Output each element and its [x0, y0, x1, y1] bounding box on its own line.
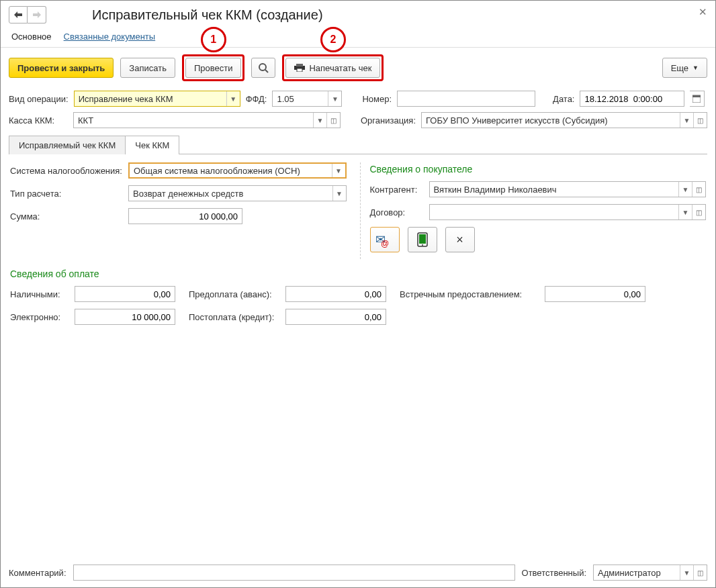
- chevron-down-icon[interactable]: ▼: [332, 164, 345, 177]
- org-label: Организация:: [361, 115, 416, 126]
- calendar-icon: [690, 91, 703, 106]
- svg-point-0: [259, 64, 266, 70]
- calc-type-label: Тип расчета:: [10, 189, 123, 199]
- comment-field[interactable]: [74, 565, 514, 580]
- tab-corrected-check[interactable]: Исправляемый чек ККМ: [9, 136, 126, 154]
- counter-label: Встречным предоставлением:: [400, 289, 541, 299]
- svg-line-1: [265, 70, 268, 72]
- svg-rect-3: [296, 64, 303, 66]
- kassa-combo[interactable]: ККТ ▼ ◫: [73, 112, 341, 128]
- sum-label: Сумма:: [10, 211, 123, 222]
- close-button[interactable]: ✕: [699, 6, 707, 18]
- electronic-label: Электронно:: [10, 312, 71, 322]
- responsible-combo[interactable]: Администратор ▼ ◫: [593, 565, 707, 581]
- email-at-icon: ✉@: [375, 232, 394, 247]
- date-input[interactable]: [580, 91, 684, 107]
- tab-check[interactable]: Чек ККМ: [125, 136, 179, 154]
- date-field[interactable]: [580, 91, 684, 106]
- post-button[interactable]: Провести: [185, 58, 242, 78]
- arrow-left-icon: [14, 11, 22, 18]
- tax-system-label: Система налогообложения:: [10, 166, 123, 176]
- svg-rect-8: [419, 234, 426, 244]
- responsible-value: Администратор: [594, 568, 680, 578]
- post-and-close-button[interactable]: Провести и закрыть: [9, 58, 114, 78]
- responsible-label: Ответственный:: [522, 568, 586, 578]
- ffd-value: 1.05: [273, 94, 328, 104]
- calc-type-combo[interactable]: Возврат денежных средств ▼: [128, 185, 347, 201]
- contragent-value: Вяткин Владимир Николаевич: [430, 185, 679, 195]
- operation-type-combo[interactable]: Исправление чека ККМ ▼: [74, 91, 240, 107]
- contragent-label: Контрагент:: [370, 185, 424, 195]
- nav-back-button[interactable]: [9, 6, 28, 23]
- more-button[interactable]: Еще ▼: [662, 58, 707, 78]
- payment-section-title: Сведения об оплате: [10, 268, 706, 279]
- prepay-field[interactable]: [286, 287, 386, 301]
- number-field[interactable]: [398, 91, 535, 106]
- contragent-combo[interactable]: Вяткин Владимир Николаевич ▼ ◫: [429, 181, 707, 197]
- kassa-label: Касса ККМ:: [9, 115, 68, 126]
- chevron-down-icon[interactable]: ▼: [680, 113, 693, 128]
- chevron-down-icon[interactable]: ▼: [313, 113, 326, 128]
- chevron-down-icon[interactable]: ▼: [226, 91, 240, 106]
- prepay-label: Предоплата (аванс):: [189, 289, 281, 299]
- sum-field[interactable]: [129, 209, 242, 224]
- tax-system-value: Общая система налогообложения (ОСН): [130, 166, 332, 176]
- chevron-down-icon[interactable]: ▼: [678, 182, 692, 197]
- electronic-field[interactable]: [75, 309, 175, 324]
- date-picker-button[interactable]: [690, 91, 705, 107]
- more-label: Еще: [671, 63, 688, 73]
- comment-input[interactable]: [73, 565, 515, 581]
- ffd-label: ФФД:: [246, 94, 267, 104]
- print-check-label: Напечатать чек: [309, 63, 371, 73]
- org-value: ГОБУ ВПО Университет искусств (Субсидия): [422, 115, 680, 126]
- magnifier-icon: [258, 62, 269, 73]
- tab-main[interactable]: Основное: [11, 30, 52, 43]
- tab-related-docs[interactable]: Связанные документы: [64, 30, 156, 43]
- operation-type-label: Вид операции:: [9, 94, 69, 104]
- window-title: Исправительный чек ККМ (создание): [92, 7, 323, 23]
- phone-button[interactable]: [408, 227, 437, 252]
- open-icon[interactable]: ◫: [693, 113, 707, 128]
- chevron-down-icon: ▼: [692, 64, 699, 71]
- svg-point-9: [422, 244, 423, 246]
- calc-type-value: Возврат денежных средств: [129, 189, 332, 199]
- date-label: Дата:: [553, 94, 574, 104]
- number-input[interactable]: [397, 91, 535, 107]
- chevron-down-icon[interactable]: ▼: [678, 205, 692, 219]
- cash-label: Наличными:: [10, 289, 71, 299]
- arrow-right-icon: [33, 11, 41, 18]
- contract-combo[interactable]: ▼ ◫: [429, 204, 707, 220]
- number-label: Номер:: [362, 94, 392, 104]
- chevron-down-icon[interactable]: ▼: [680, 565, 693, 580]
- chevron-down-icon[interactable]: ▼: [328, 91, 341, 106]
- sum-input[interactable]: [128, 208, 242, 224]
- kassa-value: ККТ: [74, 115, 313, 126]
- postpay-label: Постоплата (кредит):: [189, 312, 281, 322]
- phone-icon: [417, 232, 428, 247]
- nav-forward-button[interactable]: [28, 6, 46, 23]
- open-icon[interactable]: ◫: [692, 182, 705, 197]
- open-icon[interactable]: ◫: [326, 113, 340, 128]
- cash-field[interactable]: [75, 287, 175, 301]
- postpay-field[interactable]: [286, 309, 386, 324]
- comment-label: Комментарий:: [9, 568, 66, 578]
- svg-rect-6: [692, 95, 701, 97]
- close-icon: ×: [456, 233, 463, 247]
- open-icon[interactable]: ◫: [692, 205, 705, 219]
- chevron-down-icon[interactable]: ▼: [332, 186, 346, 201]
- search-button[interactable]: [251, 58, 275, 78]
- org-combo[interactable]: ГОБУ ВПО Университет искусств (Субсидия)…: [421, 112, 707, 128]
- buyer-section-title: Сведения о покупателе: [370, 164, 707, 175]
- clear-buyer-button[interactable]: ×: [445, 227, 475, 252]
- ffd-combo[interactable]: 1.05 ▼: [272, 91, 342, 107]
- contract-label: Договор:: [370, 207, 424, 217]
- save-button[interactable]: Записать: [120, 58, 175, 78]
- svg-rect-4: [297, 68, 302, 72]
- operation-type-value: Исправление чека ККМ: [75, 94, 226, 104]
- printer-icon: [294, 64, 305, 72]
- tax-system-combo[interactable]: Общая система налогообложения (ОСН) ▼: [128, 162, 347, 179]
- print-check-button[interactable]: Напечатать чек: [285, 58, 380, 78]
- email-button[interactable]: ✉@: [370, 227, 400, 252]
- open-icon[interactable]: ◫: [693, 565, 707, 580]
- counter-field[interactable]: [545, 287, 645, 301]
